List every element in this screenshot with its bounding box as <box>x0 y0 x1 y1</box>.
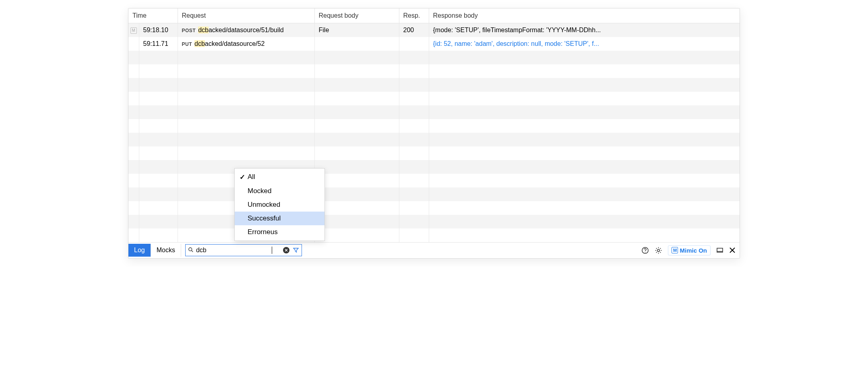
filter-menu-label: Unmocked <box>248 201 280 209</box>
cell-response-body[interactable]: {id: 52, name: 'adam', description: null… <box>429 37 740 51</box>
svg-line-12 <box>660 252 661 253</box>
svg-point-6 <box>657 249 660 251</box>
mimic-label: Mimic On <box>680 247 707 254</box>
filter-menu-label: Mocked <box>248 187 272 195</box>
col-header-request[interactable]: Request <box>178 8 314 23</box>
filter-menu-label: All <box>248 173 255 181</box>
svg-point-0 <box>189 247 192 251</box>
cell-time: 59:18.10 <box>139 23 178 37</box>
filter-menu-label: Successful <box>248 214 281 222</box>
cell-time: 59:11.71 <box>139 37 178 51</box>
cell-request: PUTdcbacked/datasource/52 <box>178 37 314 51</box>
clear-search-button[interactable] <box>283 247 289 253</box>
minimize-icon[interactable] <box>716 247 723 254</box>
svg-line-13 <box>656 252 657 253</box>
table-row-empty <box>128 160 740 174</box>
checkmark-icon: ✓ <box>240 173 248 181</box>
svg-line-11 <box>656 248 657 249</box>
svg-point-5 <box>645 251 646 252</box>
text-cursor <box>272 247 272 254</box>
cell-request-body <box>314 37 399 51</box>
table-row-empty <box>128 133 740 146</box>
col-header-time[interactable]: Time <box>128 8 178 23</box>
network-log-panel: Time Request Request body Resp. Response… <box>128 8 740 259</box>
filter-menu-item[interactable]: Errorneus <box>235 225 324 239</box>
search-highlight: dcb <box>198 27 209 33</box>
table-row-empty <box>128 215 740 228</box>
bottom-toolbar: Log Mocks M Mimic On <box>128 242 740 258</box>
help-icon[interactable] <box>641 247 649 254</box>
search-input[interactable] <box>196 247 273 254</box>
table-row-empty <box>128 146 740 160</box>
table-row-empty <box>128 105 740 119</box>
search-highlight: dcb <box>194 40 205 47</box>
search-field-wrap[interactable] <box>185 244 302 256</box>
col-header-response-body[interactable]: Response body <box>429 8 740 23</box>
cell-request: POSTdcbacked/datasource/51/build <box>178 23 314 37</box>
filter-menu-item[interactable]: Unmocked <box>235 198 324 212</box>
row-mock-indicator: M <box>128 23 139 37</box>
mimic-m-icon: M <box>672 247 678 253</box>
table-row-empty <box>128 51 740 64</box>
col-header-request-body[interactable]: Request body <box>314 8 399 23</box>
filter-menu-item[interactable]: Mocked <box>235 184 324 198</box>
table-header-row: Time Request Request body Resp. Response… <box>128 8 740 23</box>
filter-menu-label: Errorneus <box>248 228 278 236</box>
table-body: M59:18.10POSTdcbacked/datasource/51/buil… <box>128 23 740 242</box>
search-icon <box>188 247 194 254</box>
filter-button[interactable] <box>293 247 299 253</box>
cell-resp-status: 200 <box>399 23 429 37</box>
col-header-resp[interactable]: Resp. <box>399 8 429 23</box>
table-row-empty <box>128 64 740 78</box>
table-row[interactable]: 59:11.71PUTdcbacked/datasource/52{id: 52… <box>128 37 740 51</box>
http-method-badge: POST <box>182 28 196 33</box>
table-row-empty <box>128 201 740 215</box>
cell-request-body: File <box>314 23 399 37</box>
table-row-empty <box>128 78 740 92</box>
row-mock-indicator <box>128 37 139 51</box>
cell-response-body: {mode: 'SETUP', fileTimestampFormat: 'YY… <box>429 23 740 37</box>
mock-m-icon: M <box>130 27 137 34</box>
log-table: Time Request Request body Resp. Response… <box>128 8 740 242</box>
http-method-badge: PUT <box>182 41 192 47</box>
gear-icon[interactable] <box>655 247 662 254</box>
tab-log[interactable]: Log <box>128 244 151 257</box>
table-row-empty <box>128 119 740 133</box>
close-icon[interactable] <box>729 247 736 253</box>
mimic-toggle[interactable]: M Mimic On <box>668 245 711 255</box>
svg-line-14 <box>660 248 661 249</box>
filter-popup-menu: ✓AllMockedUnmockedSuccessfulErrorneus <box>234 168 325 241</box>
tab-mocks[interactable]: Mocks <box>151 244 181 257</box>
filter-menu-item[interactable]: Successful <box>235 212 324 225</box>
table-row-empty <box>128 228 740 242</box>
table-row-empty <box>128 174 740 187</box>
filter-menu-item[interactable]: ✓All <box>235 170 324 184</box>
right-toolbar-icons: M Mimic On <box>641 245 737 255</box>
cell-resp-status <box>399 37 429 51</box>
table-row[interactable]: M59:18.10POSTdcbacked/datasource/51/buil… <box>128 23 740 37</box>
svg-line-1 <box>192 250 193 252</box>
table-row-empty <box>128 92 740 105</box>
table-row-empty <box>128 187 740 201</box>
